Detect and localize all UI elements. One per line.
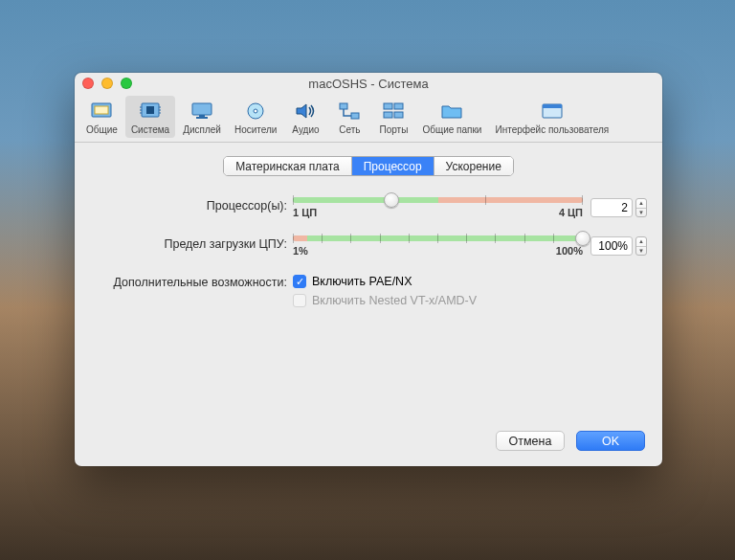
checkbox-label: Включить PAE/NX [312,275,412,288]
exec-cap-stepper[interactable]: ▲▼ [635,236,647,256]
slider-min-label: 1% [293,245,308,257]
cancel-button[interactable]: Отмена [496,431,565,451]
svg-marker-15 [297,104,306,118]
slider-thumb[interactable] [575,231,590,246]
chip-icon [137,100,164,123]
svg-rect-21 [394,112,403,118]
exec-cap-input[interactable] [590,236,633,256]
svg-rect-11 [199,115,205,117]
tab-label: Носители [234,124,278,135]
checkbox-label: Включить Nested VT-x/AMD-V [312,294,477,307]
tab-acceleration[interactable]: Ускорение [434,157,513,175]
slider-thumb[interactable] [384,192,399,208]
processors-input[interactable] [590,198,633,217]
svg-rect-10 [192,103,212,115]
row-processors: Процессор(ы): 1 ЦП 4 ЦП [90,197,647,218]
speaker-icon [292,100,319,123]
row-extra: Дополнительные возможности: Включить PAE… [90,274,647,307]
tab-processor[interactable]: Процессор [351,157,434,175]
tab-storage[interactable]: Носители [229,96,283,138]
tab-user-interface[interactable]: Интерфейс пользователя [489,96,614,138]
exec-cap-label: Предел загрузки ЦПУ: [90,235,293,251]
svg-rect-3 [146,106,154,114]
content-area: Материнская плата Процессор Ускорение Пр… [75,143,662,431]
svg-rect-1 [95,106,108,114]
tab-system[interactable]: Система [125,96,175,138]
checkbox-icon [293,275,306,288]
tab-label: Аудио [292,124,319,135]
zoom-icon[interactable] [121,78,132,89]
window-title: macOSHS - Система [75,77,662,91]
svg-rect-12 [196,117,208,119]
ok-button[interactable]: OK [576,431,645,451]
processors-field: ▲▼ [590,198,647,217]
tab-label: Общие [86,124,118,135]
tab-label: Интерфейс пользователя [495,124,609,135]
tab-label: Общие папки [422,124,481,135]
tab-audio[interactable]: Аудио [284,96,326,138]
tab-ports[interactable]: Порты [372,96,414,138]
network-icon [336,100,363,123]
svg-rect-20 [384,112,392,118]
disk-icon [242,100,269,123]
slider-max-label: 100% [556,245,583,257]
gear-icon [88,100,115,123]
checkbox-icon [293,294,306,307]
exec-cap-field: ▲▼ [590,236,647,256]
tab-label: Сеть [339,124,360,135]
settings-window: macOSHS - Система Общие Система Дисплей … [75,73,662,466]
tab-general[interactable]: Общие [80,96,123,138]
row-exec-cap: Предел загрузки ЦПУ: 1% 100% [90,235,647,257]
toolbar: Общие Система Дисплей Носители Аудио [75,94,662,143]
processors-label: Процессор(ы): [90,197,293,213]
tab-label: Система [131,124,169,135]
svg-rect-18 [384,103,392,109]
processor-form: Процессор(ы): 1 ЦП 4 ЦП [90,197,647,307]
ports-icon [380,100,407,123]
processors-stepper[interactable]: ▲▼ [635,198,647,217]
tab-network[interactable]: Сеть [328,96,370,138]
monitor-icon [189,100,215,123]
svg-rect-19 [394,103,403,109]
titlebar: macOSHS - Система [75,73,662,94]
dialog-footer: Отмена OK [75,431,662,466]
tab-display[interactable]: Дисплей [177,96,227,138]
slider-min-label: 1 ЦП [293,207,317,218]
exec-cap-slider[interactable]: 1% 100% [293,235,583,257]
svg-rect-16 [340,103,347,109]
segmented-control: Материнская плата Процессор Ускорение [223,156,514,176]
ui-icon [539,100,566,123]
checkbox-nested-vt: Включить Nested VT-x/AMD-V [293,294,477,307]
extra-label: Дополнительные возможности: [90,274,293,289]
window-controls [82,78,132,89]
tab-motherboard[interactable]: Материнская плата [224,157,351,175]
svg-point-14 [254,109,257,113]
tab-label: Порты [380,124,409,135]
svg-rect-23 [543,104,562,108]
tab-label: Дисплей [183,124,221,135]
checkbox-pae-nx[interactable]: Включить PAE/NX [293,275,477,288]
tab-shared-folders[interactable]: Общие папки [416,96,487,138]
processors-slider[interactable]: 1 ЦП 4 ЦП [293,197,583,218]
minimize-icon[interactable] [101,78,113,89]
svg-rect-17 [351,113,359,119]
close-icon[interactable] [82,78,94,89]
slider-max-label: 4 ЦП [559,207,583,218]
folder-icon [438,100,465,123]
